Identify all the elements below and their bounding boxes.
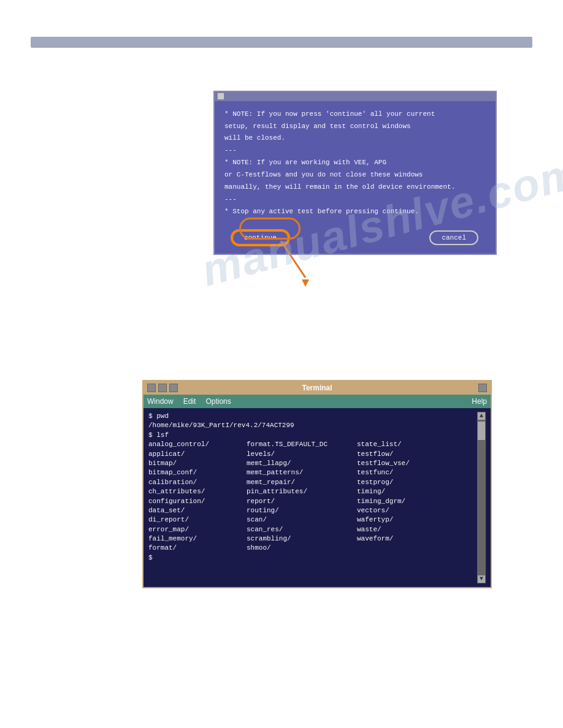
dialog-note3: * Stop any active test before pressing c… [224,207,486,217]
terminal-col3: state_list/ testflow/ testflow_vse/ test… [357,440,477,553]
dialog-separator2: --- [224,195,486,205]
terminal-pwd-cmd: $ pwd [148,412,477,421]
terminal-col1: analog_control/ applicat/ bitmap/ bitmap… [148,440,247,553]
list-item: report/ [247,497,357,506]
dialog-note1-line2: setup, result display and test control w… [224,122,486,132]
scroll-track [477,420,486,575]
dialog-window: * NOTE: If you now press 'continue' all … [213,91,497,255]
terminal-resize-btn[interactable] [478,384,487,392]
svg-line-0 [281,241,305,278]
dialog-titlebar [215,92,496,101]
menu-help[interactable]: Help [472,397,487,406]
list-item: ch_attributes/ [148,487,247,496]
terminal-ls-output: analog_control/ applicat/ bitmap/ bitmap… [148,440,477,553]
scroll-up-btn[interactable]: ▲ [477,412,486,420]
dialog-close-btn[interactable] [217,93,224,100]
list-item: levels/ [247,450,357,459]
terminal-menubar: Window Edit Options Help [144,395,491,408]
dialog-note2-line2: or C-Testflows and you do not close thes… [224,170,486,180]
list-item: waveform/ [357,534,477,544]
terminal-scrollbar[interactable]: ▲ ▼ [477,412,486,583]
dialog-content: * NOTE: If you now press 'continue' all … [215,101,496,226]
list-item: data_set/ [148,506,247,515]
list-item: fail_memory/ [148,534,247,544]
dialog-note1-line3: will be closed. [224,134,486,143]
list-item: timing/ [357,487,477,496]
dialog-note2-line1: * NOTE: If you are working with VEE, APG [224,158,486,168]
top-bar [31,37,532,48]
list-item: waste/ [357,525,477,534]
list-item: testflow/ [357,450,477,459]
list-item: analog_control/ [148,440,247,449]
list-item: bitmap/ [148,459,247,468]
terminal-prompt: $ [148,553,477,563]
list-item: scrambling/ [247,534,357,544]
terminal-window: Terminal Window Edit Options Help $ pwd … [142,380,492,588]
list-item: routing/ [247,506,357,515]
terminal-titlebar-right [478,384,487,392]
list-item: testfunc/ [357,468,477,477]
list-item: configuration/ [148,497,247,506]
list-item: scan_res/ [247,525,357,534]
list-item: timing_dgrm/ [357,497,477,506]
list-item: shmoo/ [247,544,357,553]
terminal-content: $ pwd /home/mike/93K_PartI/rev4.2/74ACT2… [148,412,477,583]
terminal-minimize-btn[interactable] [158,384,167,392]
annotation-arrow [275,238,318,287]
list-item: scan/ [247,515,357,525]
list-item: vectors/ [357,506,477,515]
menu-options[interactable]: Options [205,397,231,406]
terminal-pwd-result: /home/mike/93K_PartI/rev4.2/74ACT299 [148,421,477,430]
scroll-thumb[interactable] [478,422,485,440]
list-item: state_list/ [357,440,477,449]
list-item: calibration/ [148,478,247,487]
terminal-titlebar-left [147,384,178,392]
list-item: format.TS_DEFAULT_DC [247,440,357,449]
scroll-down-btn[interactable]: ▼ [477,575,486,583]
list-item: di_report/ [148,515,247,525]
terminal-col2: format.TS_DEFAULT_DC levels/ memt_llapg/… [247,440,357,553]
terminal-body: $ pwd /home/mike/93K_PartI/rev4.2/74ACT2… [144,408,491,587]
list-item: pin_attributes/ [247,487,357,496]
dialog-titlebar-buttons [217,93,224,100]
dialog-separator1: --- [224,146,486,156]
list-item: testflow_vse/ [357,459,477,468]
list-item: error_map/ [148,525,247,534]
list-item: memt_patterns/ [247,468,357,477]
terminal-title: Terminal [302,384,332,392]
terminal-titlebar: Terminal [144,381,491,395]
dialog-note2-line3: manually, they will remain in the old de… [224,183,486,192]
cancel-button[interactable]: cancel [429,230,478,245]
list-item: format/ [148,544,247,553]
menu-window[interactable]: Window [147,397,174,406]
list-item: bitmap_conf/ [148,468,247,477]
list-item: applicat/ [148,450,247,459]
menu-edit[interactable]: Edit [183,397,196,406]
terminal-close-btn[interactable] [147,384,156,392]
list-item: memt_llapg/ [247,459,357,468]
list-item: wafertyp/ [357,515,477,525]
svg-marker-1 [302,279,309,287]
dialog-note1-line1: * NOTE: If you now press 'continue' all … [224,110,486,119]
list-item: testprog/ [357,478,477,487]
terminal-maximize-btn[interactable] [169,384,178,392]
list-item: memt_repair/ [247,478,357,487]
dialog-buttons: continue cancel [215,226,496,254]
terminal-ls-cmd: $ lsf [148,431,477,440]
